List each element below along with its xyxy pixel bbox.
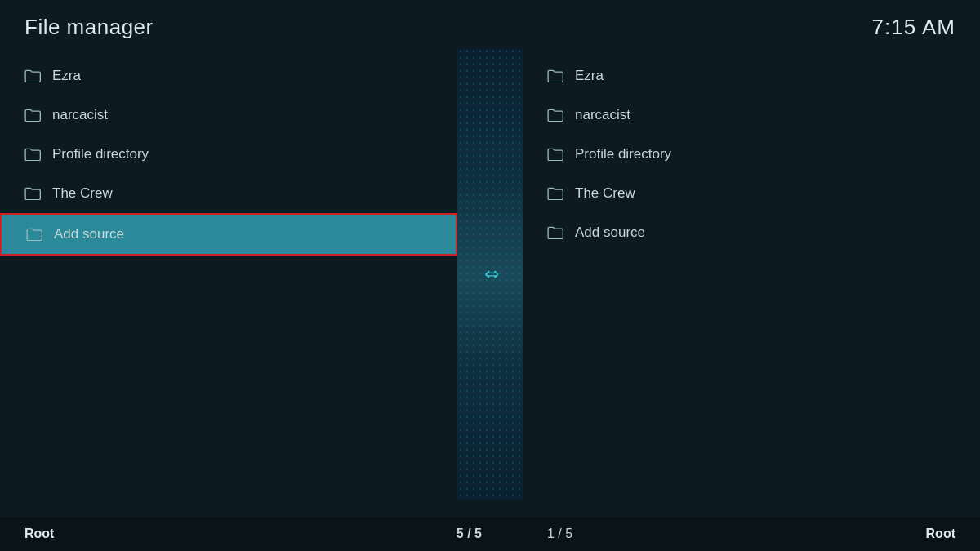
folder-icon <box>24 109 41 122</box>
left-panel-item-ezra-left[interactable]: Ezra <box>0 56 457 96</box>
left-panel-item-add-source-left[interactable]: Add source <box>0 213 457 256</box>
file-item-label: Ezra <box>52 68 81 84</box>
folder-icon <box>24 187 41 200</box>
file-item-label: narcacist <box>52 107 108 123</box>
right-panel-item-add-source-right[interactable]: Add source <box>523 213 980 252</box>
folder-icon <box>547 109 564 122</box>
transfer-arrows-icon: ⇔ <box>484 264 497 285</box>
left-footer-count: 5 / 5 <box>457 527 482 541</box>
folder-icon <box>24 148 41 161</box>
file-item-label: Profile directory <box>52 146 149 162</box>
left-panel-item-the-crew-left[interactable]: The Crew <box>0 174 457 213</box>
right-panel-item-ezra-right[interactable]: Ezra <box>523 56 980 96</box>
folder-icon <box>547 187 564 200</box>
clock: 7:15 AM <box>872 15 956 40</box>
right-footer-count: 1 / 5 <box>547 527 572 541</box>
footer-right: 1 / 5 Root <box>482 527 956 541</box>
file-item-label: The Crew <box>575 185 635 202</box>
folder-icon <box>24 69 41 82</box>
left-panel-item-narcacist-left[interactable]: narcacist <box>0 96 457 135</box>
left-footer-label: Root <box>24 527 54 541</box>
right-panel-item-narcacist-right[interactable]: narcacist <box>523 96 980 135</box>
file-item-label: Add source <box>54 226 124 242</box>
folder-icon <box>547 69 564 82</box>
file-item-label: narcacist <box>575 107 630 123</box>
left-panel-item-profile-directory-left[interactable]: Profile directory <box>0 135 457 174</box>
right-footer-label: Root <box>926 527 956 541</box>
right-panel-item-the-crew-right[interactable]: The Crew <box>523 174 980 213</box>
left-panel: EzranarcacistProfile directoryThe CrewAd… <box>0 48 457 500</box>
folder-icon <box>547 226 564 239</box>
file-item-label: Add source <box>575 224 645 241</box>
file-item-label: Ezra <box>575 68 604 84</box>
folder-icon <box>547 148 564 161</box>
right-panel-item-profile-directory-right[interactable]: Profile directory <box>523 135 980 174</box>
right-panel: EzranarcacistProfile directoryThe CrewAd… <box>523 48 980 500</box>
file-item-label: The Crew <box>52 185 113 202</box>
folder-icon <box>26 228 42 241</box>
main-content: EzranarcacistProfile directoryThe CrewAd… <box>0 48 980 500</box>
header: File manager 7:15 AM <box>0 0 980 48</box>
footer: Root 5 / 5 1 / 5 Root <box>0 517 980 551</box>
app-title: File manager <box>24 15 154 40</box>
center-divider: ⇔ <box>457 48 523 500</box>
footer-left: Root 5 / 5 <box>24 527 482 541</box>
file-item-label: Profile directory <box>575 146 671 162</box>
